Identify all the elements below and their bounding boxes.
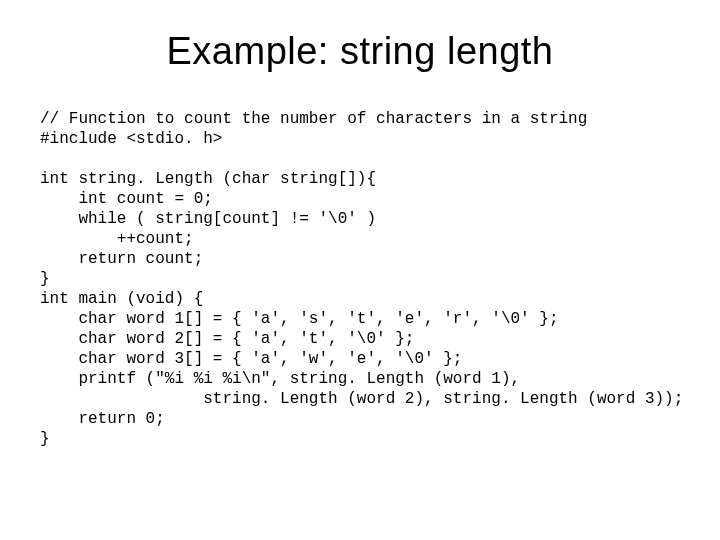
slide: Example: string length // Function to co… [0, 0, 720, 540]
code-block: // Function to count the number of chara… [40, 109, 680, 449]
slide-title: Example: string length [40, 30, 680, 73]
